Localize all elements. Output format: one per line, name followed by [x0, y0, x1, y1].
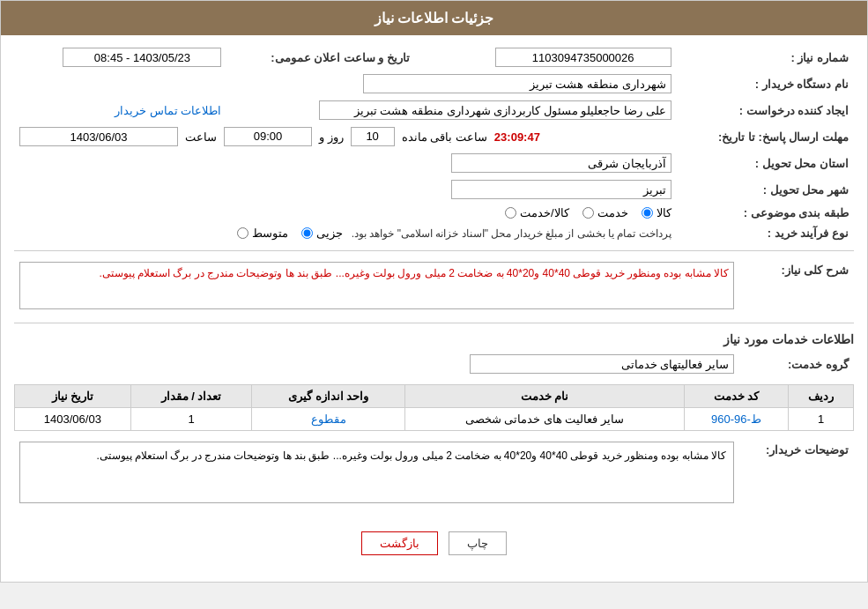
delivery-city-label: شهر محل تحویل : [677, 176, 854, 203]
purchase-type-row: متوسط جزیی پرداخت تمام یا بخشی از مبلغ خ… [14, 223, 677, 243]
page-header: جزئیات اطلاعات نیاز [1, 1, 867, 35]
content-area: شماره نیاز : 1103094735000026 تاریخ و سا… [1, 35, 867, 582]
buyer-desc-label: توضیحات خریدار: [739, 438, 854, 511]
col-unit: واحد اندازه گیری [252, 385, 405, 408]
deadline-time-input: 09:00 [224, 127, 312, 146]
cell-name: سایر فعالیت های خدماتی شخصی [405, 408, 685, 431]
col-code: کد خدمت [684, 385, 788, 408]
button-row: چاپ بازگشت [14, 518, 854, 573]
buyer-desc-table: توضیحات خریدار: کالا مشابه بوده ومنظور خ… [14, 438, 854, 511]
buyer-desc-content: کالا مشابه بوده ومنظور خرید قوطی 40*40 و… [19, 442, 734, 503]
table-row: مهلت ارسال پاسخ: تا تاریخ: 23:09:47 ساعت… [14, 123, 854, 150]
table-row: استان محل تحویل : آذربایجان شرقی [14, 150, 854, 176]
need-desc-textarea[interactable] [19, 262, 734, 309]
services-table-body: 1 ط-96-960 سایر فعالیت های خدماتی شخصی م… [15, 408, 854, 431]
creator-label: ایجاد کننده درخواست : [677, 97, 854, 123]
deadline-remaining-label: ساعت باقی مانده [402, 130, 487, 144]
col-row: ردیف [789, 385, 854, 408]
delivery-city-input: تبریز [451, 180, 671, 199]
buyer-desc-text: کالا مشابه بوده ومنظور خرید قوطی 40*40 و… [96, 449, 726, 462]
col-date: تاریخ نیاز [15, 385, 131, 408]
category-radio-service: خدمت [582, 206, 628, 219]
announce-label: تاریخ و ساعت اعلان عمومی: [226, 44, 415, 71]
table-row: ایجاد کننده درخواست : علی رضا حاجعلیلو م… [14, 97, 854, 123]
divider2 [14, 323, 854, 323]
cell-row: 1 [789, 408, 854, 431]
purchase-note: پرداخت تمام یا بخشی از مبلغ خریدار محل "… [352, 227, 671, 240]
deadline-date-input: 1403/06/03 [19, 127, 178, 146]
category-radio-group: کالا/خدمت خدمت کالا [19, 206, 671, 219]
category-label: طبقه بندی موضوعی : [677, 203, 854, 223]
divider1 [14, 250, 854, 251]
need-desc-label: شرح کلی نیاز: [739, 258, 854, 316]
buyer-org-input: شهرداری منطقه هشت تبریز [363, 74, 671, 93]
cell-quantity: 1 [130, 408, 252, 431]
col-name: نام خدمت [405, 385, 685, 408]
contact-link-cell: اطلاعات تماس خریدار [14, 97, 226, 123]
page-title: جزئیات اطلاعات نیاز [375, 11, 494, 26]
purchase-radio-minor: جزیی [301, 227, 343, 240]
creator-value: علی رضا حاجعلیلو مسئول کاربردازی شهرداری… [226, 97, 676, 123]
purchase-type-label: نوع فرآیند خرید : [677, 223, 854, 243]
category-radio2-input[interactable] [582, 207, 594, 219]
service-group-table: گروه خدمت: سایر فعالیتهای خدماتی [14, 351, 854, 377]
back-button[interactable]: بازگشت [361, 531, 438, 555]
deadline-label: مهلت ارسال پاسخ: تا تاریخ: [677, 123, 854, 150]
table-row: شماره نیاز : 1103094735000026 تاریخ و سا… [14, 44, 854, 71]
category-radio-goods-service: کالا/خدمت [505, 206, 569, 219]
need-number-input: 1103094735000026 [495, 48, 671, 67]
category-radios: کالا/خدمت خدمت کالا [14, 203, 677, 223]
delivery-province-input: آذربایجان شرقی [451, 153, 671, 173]
need-desc-value [14, 258, 739, 316]
purchase-type-flex: متوسط جزیی پرداخت تمام یا بخشی از مبلغ خ… [19, 227, 671, 240]
purchase-radio2-input[interactable] [237, 227, 249, 239]
cell-unit: مقطوع [252, 408, 405, 431]
page-container: جزئیات اطلاعات نیاز شماره نیاز : 1103094… [0, 0, 868, 583]
table-row: 1 ط-96-960 سایر فعالیت های خدماتی شخصی م… [15, 408, 854, 431]
services-section-title: اطلاعات خدمات مورد نیاز [14, 332, 854, 346]
category-radio3-input[interactable] [505, 207, 516, 219]
delivery-province-value: آذربایجان شرقی [14, 150, 677, 176]
services-table: ردیف کد خدمت نام خدمت واحد اندازه گیری ت… [14, 384, 854, 431]
purchase-radio2-label: متوسط [252, 227, 288, 240]
need-desc-table: شرح کلی نیاز: [14, 258, 854, 316]
table-row: توضیحات خریدار: کالا مشابه بوده ومنظور خ… [14, 438, 854, 511]
buyer-desc-value: کالا مشابه بوده ومنظور خرید قوطی 40*40 و… [14, 438, 739, 511]
table-row: طبقه بندی موضوعی : کالا/خدمت خدمت کالا [14, 203, 854, 223]
delivery-province-label: استان محل تحویل : [677, 150, 854, 176]
cell-date: 1403/06/03 [15, 408, 131, 431]
table-row: نام دستگاه خریدار : شهرداری منطقه هشت تب… [14, 71, 854, 97]
service-group-value: سایر فعالیتهای خدماتی [14, 351, 739, 377]
buyer-org-value: شهرداری منطقه هشت تبریز [14, 71, 677, 97]
deadline-time-label: ساعت [185, 130, 217, 144]
creator-input: علی رضا حاجعلیلو مسئول کاربردازی شهرداری… [319, 100, 671, 120]
service-group-label: گروه خدمت: [739, 351, 854, 377]
purchase-radio1-input[interactable] [301, 227, 313, 239]
table-row: گروه خدمت: سایر فعالیتهای خدماتی [14, 351, 854, 377]
service-group-input: سایر فعالیتهای خدماتی [470, 354, 734, 374]
info-table: شماره نیاز : 1103094735000026 تاریخ و سا… [14, 44, 854, 243]
announce-value: 1403/05/23 - 08:45 [14, 44, 226, 71]
category-radio2-label: خدمت [597, 206, 628, 219]
cell-code: ط-96-960 [684, 408, 788, 431]
table-row: شرح کلی نیاز: [14, 258, 854, 316]
services-table-head: ردیف کد خدمت نام خدمت واحد اندازه گیری ت… [15, 385, 854, 408]
services-header-row: ردیف کد خدمت نام خدمت واحد اندازه گیری ت… [15, 385, 854, 408]
need-number-label: شماره نیاز : [677, 44, 854, 71]
deadline-remaining: 23:09:47 [494, 130, 540, 144]
purchase-radio-group: متوسط جزیی [237, 227, 343, 240]
table-row: شهر محل تحویل : تبریز [14, 176, 854, 203]
need-number-value: 1103094735000026 [441, 44, 677, 71]
deadline-days-input: 10 [351, 127, 395, 146]
deadline-row: 23:09:47 ساعت باقی مانده 10 روز و 09:00 … [14, 123, 677, 150]
category-radio3-label: کالا/خدمت [520, 206, 569, 219]
deadline-flex: 23:09:47 ساعت باقی مانده 10 روز و 09:00 … [19, 127, 671, 146]
print-button[interactable]: چاپ [449, 531, 507, 555]
purchase-radio1-label: جزیی [316, 227, 343, 240]
category-radio1-input[interactable] [642, 207, 653, 219]
buyer-org-label: نام دستگاه خریدار : [677, 71, 854, 97]
deadline-day-label: روز و [319, 130, 344, 144]
table-row: نوع فرآیند خرید : متوسط جزیی [14, 223, 854, 243]
delivery-city-value: تبریز [14, 176, 677, 203]
contact-link[interactable]: اطلاعات تماس خریدار [115, 104, 221, 117]
